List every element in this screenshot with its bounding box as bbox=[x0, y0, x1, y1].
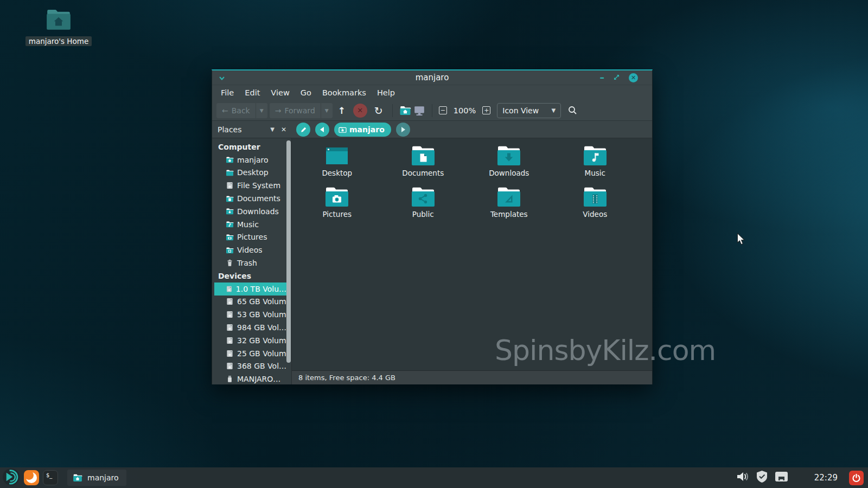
desktop-button[interactable] bbox=[413, 103, 425, 118]
zoom-out-button[interactable]: − bbox=[439, 106, 447, 114]
sidebar-item-manjaro-usb[interactable]: MANJARO… bbox=[212, 373, 291, 384]
search-button[interactable] bbox=[567, 103, 578, 118]
back-button[interactable]: ← Back bbox=[216, 106, 256, 115]
sidebar-item-music[interactable]: Music bbox=[212, 218, 291, 231]
sidebar-item-volume-32gb[interactable]: 32 GB Volume bbox=[212, 334, 291, 347]
pathbar: Places ▼ ✕ manjaro bbox=[212, 121, 652, 138]
sidebar-item-manjaro[interactable]: manjaro bbox=[212, 153, 291, 166]
terminal-icon[interactable]: $_ bbox=[43, 470, 58, 485]
menu-bookmarks[interactable]: Bookmarks bbox=[317, 86, 372, 99]
back-history-dropdown[interactable]: ▼ bbox=[256, 103, 267, 118]
home-folder-icon bbox=[73, 473, 82, 482]
places-sidebar: Computer manjaro Desktop File System Doc… bbox=[212, 138, 292, 384]
close-panel-icon[interactable]: ✕ bbox=[281, 126, 286, 133]
trash-icon bbox=[226, 259, 234, 267]
edit-path-button[interactable] bbox=[296, 123, 310, 137]
file-pictures[interactable]: Pictures bbox=[294, 185, 380, 226]
desktop-folder-icon bbox=[324, 144, 350, 168]
forward-button[interactable]: → Forward bbox=[270, 106, 321, 115]
firefox-icon[interactable] bbox=[24, 470, 39, 485]
desktop-home-shortcut[interactable]: manjaro's Home bbox=[26, 8, 91, 46]
file-public[interactable]: Public bbox=[380, 185, 467, 226]
home-folder-icon bbox=[226, 156, 234, 163]
folder-icon bbox=[226, 169, 234, 176]
volume-icon bbox=[226, 298, 234, 305]
sidebar-item-volume-368gb[interactable]: 368 GB Vol… bbox=[212, 360, 291, 373]
mouse-cursor bbox=[737, 233, 745, 247]
sidebar-item-volume-53gb[interactable]: 53 GB Volume bbox=[212, 308, 291, 321]
maximize-button[interactable] bbox=[613, 73, 620, 83]
templates-folder-icon bbox=[496, 185, 522, 209]
home-button[interactable] bbox=[399, 103, 411, 118]
desktop-home-label: manjaro's Home bbox=[25, 36, 92, 46]
close-button[interactable]: ✕ bbox=[629, 73, 638, 82]
sidebar-item-file-system[interactable]: File System bbox=[212, 179, 291, 192]
videos-folder-icon bbox=[582, 185, 608, 209]
file-desktop[interactable]: Desktop bbox=[294, 144, 380, 185]
places-panel-selector[interactable]: Places ▼ ✕ bbox=[212, 125, 292, 134]
forward-history-dropdown[interactable]: ▼ bbox=[321, 103, 333, 118]
status-text: 8 items, Free space: 4.4 GB bbox=[298, 374, 395, 382]
clock[interactable]: 22:29 bbox=[814, 473, 838, 483]
menu-file[interactable]: File bbox=[215, 86, 239, 99]
toolbar-separator bbox=[392, 104, 393, 117]
breadcrumb-manjaro[interactable]: manjaro bbox=[334, 123, 391, 137]
taskbar: $_ manjaro bbox=[0, 467, 868, 488]
file-videos[interactable]: Videos bbox=[552, 185, 639, 226]
menu-go[interactable]: Go bbox=[295, 86, 317, 99]
sidebar-item-desktop[interactable]: Desktop bbox=[212, 166, 291, 179]
sidebar-scrollbar[interactable] bbox=[286, 140, 291, 382]
sidebar-item-volume-1tb[interactable]: 1.0 TB Volu… bbox=[214, 282, 286, 296]
drive-icon bbox=[226, 182, 234, 189]
window-menu-chevron-icon[interactable] bbox=[219, 73, 225, 83]
refresh-button[interactable]: ↻ bbox=[372, 103, 386, 118]
minimize-button[interactable]: – bbox=[600, 75, 605, 80]
zoom-in-button[interactable]: + bbox=[482, 106, 490, 114]
documents-folder-icon bbox=[410, 144, 436, 168]
home-folder-icon bbox=[339, 126, 347, 133]
back-arrow-icon: ← bbox=[222, 106, 228, 115]
volume-icon bbox=[226, 362, 234, 370]
scroll-path-right-button[interactable] bbox=[396, 123, 410, 137]
chevron-down-icon: ▼ bbox=[552, 107, 556, 113]
file-templates[interactable]: Templates bbox=[466, 185, 552, 226]
taskbar-window-button[interactable]: manjaro bbox=[67, 470, 126, 486]
network-icon[interactable] bbox=[774, 471, 789, 485]
sidebar-item-volume-984gb[interactable]: 984 GB Vol… bbox=[212, 321, 291, 334]
file-downloads[interactable]: Downloads bbox=[466, 144, 552, 185]
pictures-folder-icon bbox=[324, 185, 350, 209]
sidebar-item-pictures[interactable]: Pictures bbox=[212, 231, 291, 244]
menu-help[interactable]: Help bbox=[372, 86, 400, 99]
up-button[interactable]: ↑ bbox=[335, 103, 349, 118]
scrollbar-thumb[interactable] bbox=[286, 140, 291, 363]
chevron-down-icon[interactable]: ▼ bbox=[270, 126, 275, 132]
toolbar: ← Back ▼ → Forward ▼ ↑ ✕ ↻ bbox=[212, 100, 652, 121]
shield-check-icon[interactable] bbox=[756, 470, 768, 485]
app-launcher-button[interactable] bbox=[2, 468, 20, 488]
menu-edit[interactable]: Edit bbox=[239, 86, 265, 99]
file-documents[interactable]: Documents bbox=[380, 144, 467, 185]
titlebar[interactable]: manjaro – ✕ bbox=[212, 70, 652, 85]
volume-icon bbox=[226, 285, 233, 293]
music-folder-icon bbox=[226, 221, 234, 228]
sidebar-item-trash[interactable]: Trash bbox=[212, 256, 291, 269]
sidebar-item-videos[interactable]: Videos bbox=[212, 243, 291, 256]
statusbar: 8 items, Free space: 4.4 GB bbox=[292, 370, 652, 384]
sidebar-item-volume-25gb[interactable]: 25 GB Volume bbox=[212, 347, 291, 360]
sidebar-item-documents[interactable]: Documents bbox=[212, 192, 291, 205]
sidebar-item-downloads[interactable]: Downloads bbox=[212, 205, 291, 218]
volume-icon bbox=[226, 337, 234, 344]
file-music[interactable]: Music bbox=[552, 144, 639, 185]
volume-icon[interactable] bbox=[736, 471, 750, 485]
chevron-right-icon bbox=[401, 127, 405, 132]
zoom-level: 100% bbox=[454, 106, 476, 115]
usb-icon bbox=[226, 375, 234, 383]
sidebar-item-volume-65gb[interactable]: 65 GB Volume bbox=[212, 296, 291, 309]
power-button[interactable] bbox=[849, 471, 864, 485]
documents-folder-icon bbox=[226, 195, 234, 202]
view-mode-dropdown[interactable]: Icon View ▼ bbox=[497, 103, 561, 118]
menu-view[interactable]: View bbox=[265, 86, 295, 99]
volume-icon bbox=[226, 324, 234, 331]
stop-button[interactable]: ✕ bbox=[353, 104, 367, 118]
scroll-path-left-button[interactable] bbox=[315, 123, 329, 137]
